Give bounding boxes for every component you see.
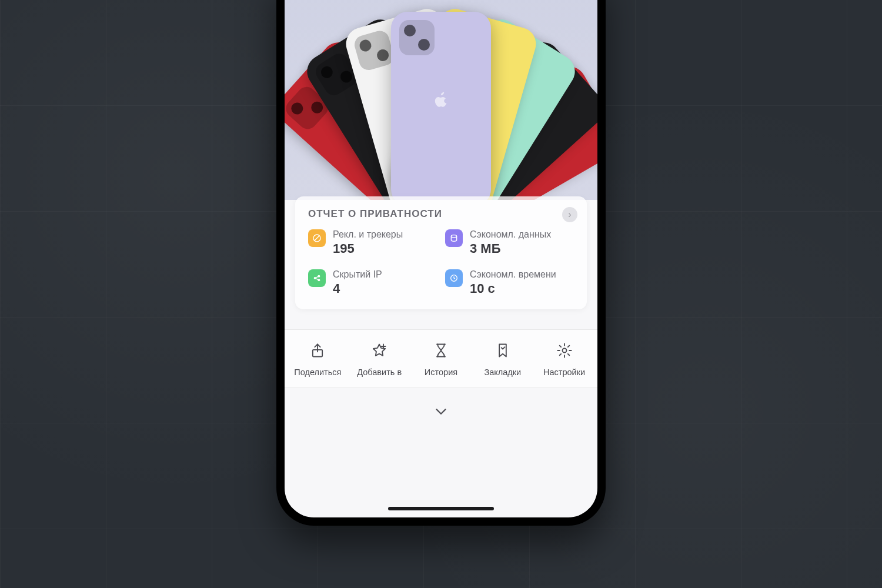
toolbar-label: Добавить в <box>357 368 402 377</box>
stat-value: 10 с <box>470 281 556 296</box>
time-saved-icon <box>445 269 463 287</box>
data-saved-icon <box>445 229 463 247</box>
share-button[interactable]: Поделиться <box>291 342 344 377</box>
stat-value: 195 <box>333 241 403 256</box>
stat-value: 4 <box>333 281 382 296</box>
stat-hidden-ip: Скрытий IP 4 <box>308 269 437 296</box>
collapse-button[interactable] <box>285 388 597 435</box>
svg-line-7 <box>316 279 318 280</box>
stat-ads-trackers: Рекл. и трекеры 195 <box>308 229 437 256</box>
chevron-down-icon <box>432 403 450 420</box>
stat-label: Рекл. и трекеры <box>333 229 403 240</box>
svg-line-6 <box>316 276 318 278</box>
stat-label: Сэкономл. времени <box>470 269 556 280</box>
toolbar-label: Поделиться <box>294 368 341 377</box>
phone-screen: › ОТЧЕТ О ПРИВАТНОСТИ Рекл. и трекеры 19… <box>285 0 597 517</box>
settings-button[interactable]: Настройки <box>538 342 591 377</box>
stat-label: Сэкономл. данных <box>470 229 551 240</box>
hero-image <box>285 0 597 200</box>
history-button[interactable]: История <box>415 342 467 377</box>
star-plus-icon <box>371 342 387 359</box>
svg-line-1 <box>315 236 319 240</box>
bookmarks-button[interactable]: Закладки <box>476 342 529 377</box>
stat-label: Скрытий IP <box>333 269 382 280</box>
chevron-right-icon[interactable]: › <box>562 207 577 222</box>
privacy-report-card[interactable]: › ОТЧЕТ О ПРИВАТНОСТИ Рекл. и трекеры 19… <box>295 196 587 309</box>
stat-time-saved: Сэкономл. времени 10 с <box>445 269 574 296</box>
toolbar-label: Настройки <box>543 368 585 377</box>
stat-data-saved: Сэкономл. данных 3 МБ <box>445 229 574 256</box>
hourglass-icon <box>433 342 449 359</box>
add-to-button[interactable]: Добавить в <box>353 342 406 377</box>
phone-fan-graphic <box>347 0 535 200</box>
bottom-toolbar: Поделиться Добавить в История Закладки <box>285 329 597 388</box>
phone-frame: › ОТЧЕТ О ПРИВАТНОСТИ Рекл. и трекеры 19… <box>276 0 606 526</box>
svg-point-12 <box>562 349 566 353</box>
toolbar-label: История <box>425 368 457 377</box>
apple-logo-icon <box>433 90 449 109</box>
stat-value: 3 МБ <box>470 241 551 256</box>
svg-point-2 <box>451 235 456 238</box>
gear-icon <box>556 342 573 359</box>
bookmark-icon <box>495 342 511 359</box>
privacy-report-title: ОТЧЕТ О ПРИВАТНОСТИ <box>308 208 574 220</box>
toolbar-label: Закладки <box>484 368 521 377</box>
hidden-ip-icon <box>308 269 326 287</box>
share-icon <box>309 342 326 359</box>
no-ads-icon <box>308 229 326 247</box>
home-indicator[interactable] <box>388 507 494 510</box>
